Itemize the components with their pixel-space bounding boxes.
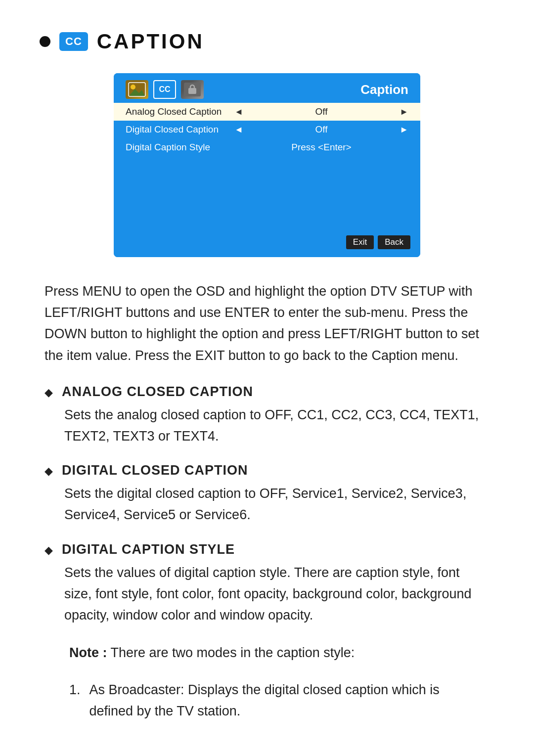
osd-arrow-left-analog[interactable]: ◄ <box>234 107 243 117</box>
osd-row-analog[interactable]: Analog Closed Caption ◄ Off ► <box>114 103 420 121</box>
osd-top-bar: CC Caption <box>114 73 420 103</box>
note-label: Note : <box>69 645 107 660</box>
bullet-desc-digital-style: Sets the values of digital caption style… <box>44 562 490 626</box>
bullet-heading-digital-cc: DIGITAL CLOSED CAPTION <box>62 463 248 478</box>
osd-row-analog-label: Analog Closed Caption <box>126 106 234 117</box>
bullet-desc-digital-cc: Sets the digital closed caption to OFF, … <box>44 483 490 526</box>
cc-icon-box: CC <box>59 32 88 51</box>
osd-row-digital-cc-value: Off <box>251 124 392 135</box>
diamond-bullet-digital-cc: ◆ <box>44 465 53 478</box>
section-title: CAPTION <box>97 30 204 53</box>
svg-rect-4 <box>188 88 196 94</box>
bullet-row-analog: ◆ ANALOG CLOSED CAPTION <box>44 384 490 400</box>
note-section: Note : There are two modes in the captio… <box>40 642 494 665</box>
cc-icon-label: CC <box>65 35 82 48</box>
osd-icon-settings <box>181 80 204 99</box>
osd-panel-title: Caption <box>360 82 408 97</box>
bullet-heading-analog: ANALOG CLOSED CAPTION <box>62 384 253 400</box>
osd-panel: CC Caption Analog Closed Caption ◄ Off <box>114 73 420 257</box>
bullet-row-digital-cc: ◆ DIGITAL CLOSED CAPTION <box>44 463 490 478</box>
section-header: CC CAPTION <box>40 30 494 53</box>
osd-empty-space <box>114 161 420 230</box>
osd-bottom-bar: Exit Back <box>114 230 420 257</box>
bullet-desc-analog: Sets the analog closed caption to OFF, C… <box>44 404 490 447</box>
osd-exit-button[interactable]: Exit <box>346 235 374 249</box>
bullet-section-digital-style: ◆ DIGITAL CAPTION STYLE Sets the values … <box>40 542 494 626</box>
bullet-row-digital-style: ◆ DIGITAL CAPTION STYLE <box>44 542 490 557</box>
osd-row-analog-value: Off <box>251 106 392 117</box>
osd-row-digital-cc[interactable]: Digital Closed Caption ◄ Off ► <box>114 121 420 138</box>
osd-arrow-right-analog[interactable]: ► <box>400 107 408 117</box>
numbered-item-1: 1. As Broadcaster: Displays the digital … <box>69 679 465 722</box>
osd-row-digital-style[interactable]: Digital Caption Style Press <Enter> <box>114 138 420 156</box>
body-paragraph: Press MENU to open the OSD and highlight… <box>40 281 494 366</box>
osd-arrow-right-digital-cc[interactable]: ► <box>400 125 408 135</box>
osd-back-button[interactable]: Back <box>378 235 410 249</box>
numbered-list: 1. As Broadcaster: Displays the digital … <box>40 679 494 722</box>
numbered-item-1-text: As Broadcaster: Displays the digital clo… <box>89 679 465 722</box>
num-label-1: 1. <box>69 679 81 722</box>
osd-rows: Analog Closed Caption ◄ Off ► Digital Cl… <box>114 103 420 161</box>
bullet-section-digital-cc: ◆ DIGITAL CLOSED CAPTION Sets the digita… <box>40 463 494 526</box>
svg-point-1 <box>131 85 135 89</box>
diamond-bullet-analog: ◆ <box>44 386 53 399</box>
bullet-heading-digital-style: DIGITAL CAPTION STYLE <box>62 542 235 557</box>
osd-icons: CC <box>126 80 204 99</box>
header-bullet <box>40 36 50 47</box>
osd-icon-picture <box>126 80 148 99</box>
osd-icon-cc: CC <box>153 80 176 99</box>
osd-row-digital-style-label: Digital Caption Style <box>126 142 234 153</box>
osd-arrow-left-digital-cc[interactable]: ◄ <box>234 125 243 135</box>
osd-row-digital-style-value: Press <Enter> <box>234 142 408 153</box>
note-content-text: There are two modes in the caption style… <box>111 645 355 660</box>
note-text: Note : There are two modes in the captio… <box>69 642 465 665</box>
osd-row-digital-cc-label: Digital Closed Caption <box>126 124 234 135</box>
osd-cc-text: CC <box>159 85 170 94</box>
bullet-section-analog: ◆ ANALOG CLOSED CAPTION Sets the analog … <box>40 384 494 447</box>
diamond-bullet-digital-style: ◆ <box>44 544 53 557</box>
